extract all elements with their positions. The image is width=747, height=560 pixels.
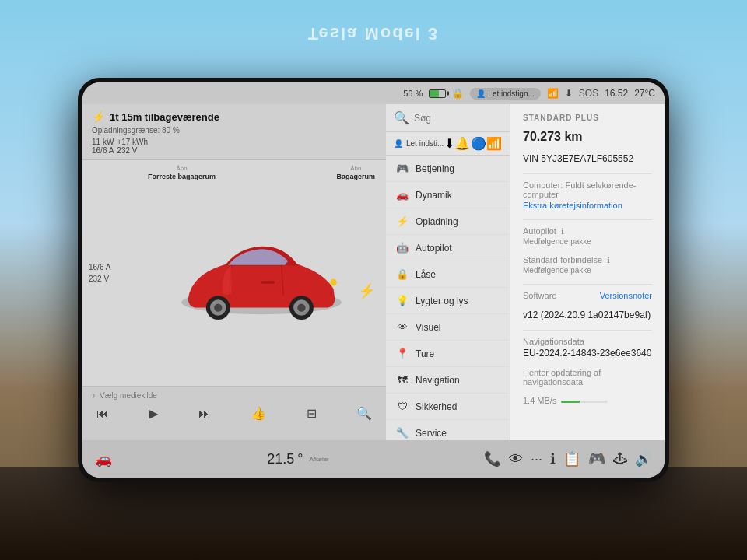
std-connection-info-icon: ℹ	[607, 256, 610, 264]
software-version-row: v12 (2024.20.9 1a02147be9af)	[523, 310, 652, 320]
search-input[interactable]	[414, 113, 510, 124]
vin-value: VIN 5YJ3E7EA7LF605552	[523, 153, 652, 164]
trunk-label: Åbn Bagagerum	[336, 165, 375, 180]
user-icon: 👤	[476, 89, 486, 98]
taskbar-right: 📞 👁 ··· ℹ 📋 🎮 🕹 🔊	[484, 450, 652, 467]
software-label: Software	[523, 291, 556, 300]
divider-4	[523, 330, 652, 331]
battery-icon	[429, 89, 446, 98]
dynamik-icon: 🚗	[395, 189, 409, 201]
nav-update-status: Henter opdatering af navigationsdata	[523, 368, 652, 387]
charging-lightning-icon: ⚡	[92, 110, 105, 123]
volume-button[interactable]: 🔊	[635, 450, 652, 467]
car-labels: Åbn Forreste bagagerum Åbn Bagagerum	[140, 163, 383, 182]
phone-button[interactable]: 📞	[484, 450, 501, 467]
nav-item-opladning[interactable]: ⚡ Opladning	[386, 208, 510, 235]
std-connection-row: Standard-forbindelse ℹ Medfølgende pakke	[523, 255, 652, 275]
download-status-icon: ⬇	[565, 88, 573, 99]
autopilot-pkg: Medfølgende pakke	[523, 237, 652, 246]
std-connection-label: Standard-forbindelse ℹ	[523, 255, 652, 264]
cards-button[interactable]: 📋	[563, 450, 580, 467]
car-image-container: Åbn Forreste bagagerum Åbn Bagagerum	[140, 163, 383, 383]
nav-item-laase[interactable]: 🔒 Låse	[386, 261, 510, 288]
car-illustration	[168, 232, 355, 333]
time-display: 16.52	[605, 88, 628, 99]
navigation-icon: 🗺	[395, 374, 409, 386]
media-source-label: ♪ Vælg mediekilde	[92, 391, 377, 400]
car-view-area: 16/6 A 232 V Åbn Forreste bagagerum	[82, 160, 386, 386]
visuel-icon: 👁	[395, 321, 409, 333]
settings-detail: STANDARD PLUS 70.273 km VIN 5YJ3E7EA7LF6…	[510, 104, 665, 440]
user-label-top[interactable]: 👤 Let indstign...	[470, 88, 540, 100]
version-notes-link[interactable]: Versionsnoter	[600, 291, 652, 300]
divider-2	[523, 219, 652, 220]
temp-sublabel: Afkøler	[309, 456, 328, 463]
car-icon-taskbar[interactable]: 🚗	[95, 450, 112, 467]
user-label-text: Let indstign...	[488, 89, 534, 98]
play-button[interactable]: ▶	[144, 404, 163, 422]
odometer-row: 70.273 km	[523, 130, 652, 144]
main-content: ⚡ 1t 15m tilbage­værende Opladnings­græn…	[82, 104, 665, 440]
info-button[interactable]: ℹ	[550, 450, 556, 467]
car-charging-badge: ⚡	[358, 282, 375, 299]
search-media-button[interactable]: 🔍	[352, 404, 377, 422]
wifi-status-icon: 📶	[547, 88, 559, 99]
nav-data-version: EU-2024.2-14843-23e6ee3640	[523, 348, 652, 359]
temp-display-top: 27°C	[634, 88, 655, 99]
lygter-icon: 💡	[395, 295, 409, 306]
svg-point-8	[330, 279, 337, 286]
taskbar-center: 21.5 ° Afkøler	[267, 451, 329, 467]
autopilot-row: Autopilot ℹ Medfølgende pakke	[523, 226, 652, 246]
nav-item-betjening[interactable]: 🎮 Betjening	[386, 156, 510, 182]
car-svg-wrapper[interactable]: ⚡	[140, 182, 383, 383]
prev-button[interactable]: ⏮	[92, 405, 114, 422]
download-progress-fill	[561, 401, 580, 403]
nav-item-autopilot[interactable]: 🤖 Autopilot	[386, 235, 510, 261]
nav-item-dynamik[interactable]: 🚗 Dynamik	[386, 182, 510, 208]
user-button[interactable]: 👤 Let indsti...	[394, 139, 444, 148]
computer-link[interactable]: Ekstra køretejsinformation	[523, 201, 652, 210]
like-button[interactable]: 👍	[246, 404, 271, 422]
sikkerhed-icon: 🛡	[395, 401, 409, 412]
svg-point-6	[297, 303, 305, 311]
eq-button[interactable]: ⊟	[302, 404, 321, 422]
next-button[interactable]: ⏭	[194, 405, 216, 422]
opladning-icon: ⚡	[395, 215, 409, 227]
power-kwh: +17 kWh	[117, 138, 148, 146]
download-icon: ⬇	[444, 136, 454, 151]
music-icon: ♪	[92, 391, 96, 400]
apps-button[interactable]: ···	[531, 451, 542, 467]
front-trunk-label: Åbn Forreste bagagerum	[148, 165, 216, 180]
battery-fill	[430, 90, 438, 97]
download-speed: 1.4 MB/s	[523, 396, 556, 405]
detail-header: STANDARD PLUS	[523, 114, 652, 122]
download-progress-bar	[561, 401, 608, 403]
divider-3	[523, 284, 652, 285]
status-bar: 56 % 🔒 👤 Let indstign... 📶 ⬇ SOS 16.52 2…	[82, 82, 665, 104]
bell-icon: 🔔	[454, 136, 470, 151]
joystick-button[interactable]: 🕹	[613, 451, 627, 467]
screen-inner: 56 % 🔒 👤 Let indstign... 📶 ⬇ SOS 16.52 2…	[82, 82, 665, 478]
nav-item-ture[interactable]: 📍 Ture	[386, 341, 510, 367]
computer-row: Computer: Fuldt selvkørende-computer Eks…	[523, 180, 652, 210]
svg-rect-7	[261, 281, 275, 283]
right-panel: 🔍 👤 Let indsti... ⬇ 🔔 🔵 📶	[386, 104, 665, 440]
nav-data-label: Navigationsdata	[523, 337, 652, 346]
betjening-icon: 🎮	[395, 163, 409, 174]
camera-button[interactable]: 👁	[509, 451, 523, 467]
nav-item-service[interactable]: 🔧 Service	[386, 420, 510, 440]
nav-item-lygter[interactable]: 💡 Lygter og lys	[386, 288, 510, 314]
media-controls: ⏮ ▶ ⏭ 👍 ⊟ 🔍	[92, 404, 377, 422]
cabin-temp[interactable]: 21.5	[267, 451, 294, 467]
stat-current: 16/6 A	[89, 263, 137, 271]
nav-item-sikkerhed[interactable]: 🛡 Sikkerhed	[386, 394, 510, 420]
sos-label: SOS	[579, 88, 598, 99]
nav-item-navigation[interactable]: 🗺 Navigation	[386, 367, 510, 394]
media-player: ♪ Vælg mediekilde ⏮ ▶ ⏭ 👍 ⊟ 🔍	[82, 386, 386, 440]
lock-icon: 🔒	[452, 88, 464, 99]
nav-item-visuel[interactable]: 👁 Visuel	[386, 314, 510, 341]
power-kw: 11 kW	[92, 138, 114, 146]
laase-icon: 🔒	[395, 268, 409, 280]
autopilot-icon: 🤖	[395, 242, 409, 254]
games-button[interactable]: 🎮	[588, 450, 605, 467]
